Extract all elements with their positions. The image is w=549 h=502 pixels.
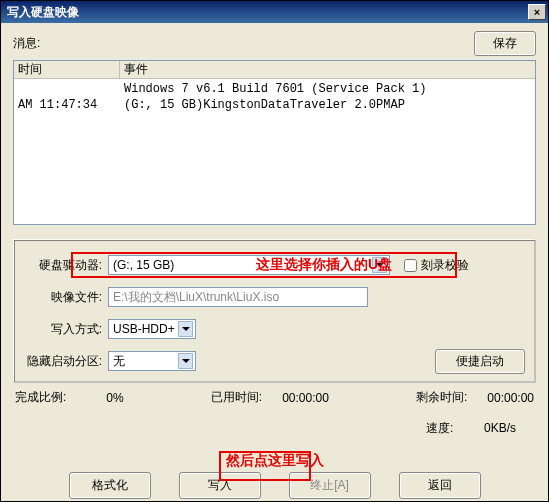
settings-group: 硬盘驱动器: (G:, 15 GB) 刻录校验 这里选择你插入的U盘 映像文件:… [13,239,536,383]
chevron-down-icon [372,257,387,273]
write-method-label: 写入方式: [24,321,108,338]
image-file-row: 映像文件: E:\我的文档\LiuX\trunk\LiuX.iso [24,286,525,308]
log-row: AM 11:47:34 (G:, 15 GB)KingstonDataTrave… [14,97,535,113]
abort-button: 终止[A] [289,472,371,499]
hidden-boot-row: 隐藏启动分区: 无 便捷启动 [24,350,525,372]
speed-label: 速度: [426,421,453,435]
percent-value: 0% [106,391,123,405]
write-method-row: 写入方式: USB-HDD+ [24,318,525,340]
disk-drive-label: 硬盘驱动器: [24,257,108,274]
percent-label: 完成比例: [15,389,66,406]
window-title: 写入硬盘映像 [7,4,79,21]
image-file-field[interactable]: E:\我的文档\LiuX\trunk\LiuX.iso [108,287,368,307]
disk-drive-dropdown[interactable]: (G:, 15 GB) [108,255,390,275]
remain-value: 00:00:00 [487,391,534,405]
log-box: 时间 事件 Windows 7 v6.1 Build 7601 (Service… [13,60,536,225]
disk-drive-row: 硬盘驱动器: (G:, 15 GB) 刻录校验 这里选择你插入的U盘 [24,254,525,276]
verify-checkbox[interactable]: 刻录校验 [400,256,469,275]
write-button[interactable]: 写入 [179,472,261,499]
log-row: Windows 7 v6.1 Build 7601 (Service Pack … [14,81,535,97]
hidden-boot-dropdown[interactable]: 无 [108,351,196,371]
write-method-dropdown[interactable]: USB-HDD+ [108,319,196,339]
verify-checkbox-input[interactable] [404,259,417,272]
portable-boot-button[interactable]: 便捷启动 [435,349,525,374]
back-button[interactable]: 返回 [399,472,481,499]
chevron-down-icon [178,353,193,369]
message-label: 消息: [13,35,40,52]
elapsed-label: 已用时间: [211,389,262,406]
remain-label: 剩余时间: [416,389,467,406]
image-file-label: 映像文件: [24,289,108,306]
speed-row: 速度: 0KB/s [426,420,516,437]
speed-value: 0KB/s [484,421,516,435]
log-body: Windows 7 v6.1 Build 7601 (Service Pack … [14,79,535,223]
save-button[interactable]: 保存 [474,31,536,56]
annotation-text-write: 然后点这里写入 [13,452,536,470]
log-col-time[interactable]: 时间 [14,61,120,78]
progress-row: 完成比例: 0% 已用时间: 00:00:00 剩余时间: 00:00:00 [13,383,536,406]
chevron-down-icon [178,321,193,337]
log-col-event[interactable]: 事件 [120,61,535,78]
close-button[interactable]: × [528,4,546,20]
elapsed-value: 00:00:00 [282,391,329,405]
hidden-boot-label: 隐藏启动分区: [24,353,108,370]
dialog-content: 消息: 保存 时间 事件 Windows 7 v6.1 Build 7601 (… [1,23,548,501]
bottom-buttons: 格式化 写入 终止[A] 返回 [13,472,536,499]
format-button[interactable]: 格式化 [69,472,151,499]
log-header: 时间 事件 [14,61,535,79]
title-bar: 写入硬盘映像 × [1,1,548,23]
